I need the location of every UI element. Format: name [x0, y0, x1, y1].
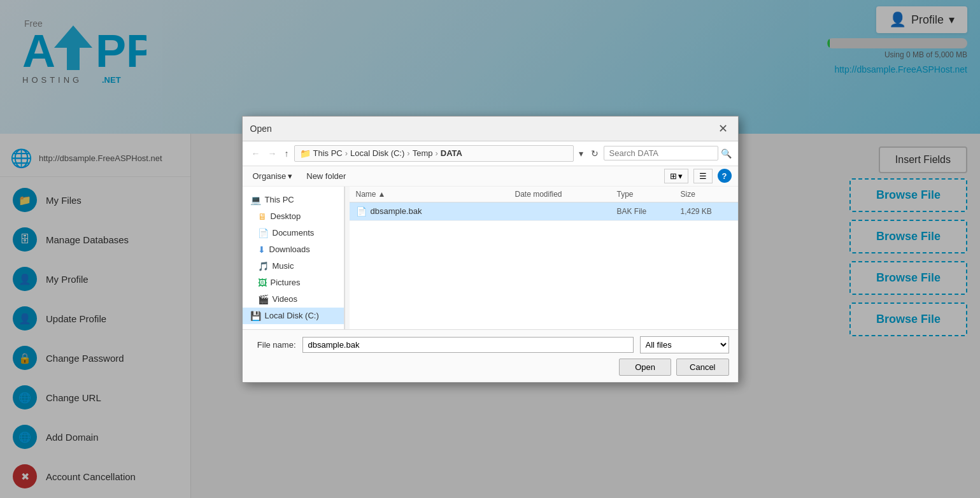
ds-label-desktop: Desktop: [271, 211, 301, 221]
ds-label-this-pc: This PC: [265, 195, 294, 204]
ds-item-downloads[interactable]: ⬇ Downloads: [243, 241, 344, 258]
view-button[interactable]: ⊞ ▾: [664, 169, 688, 183]
ds-label-documents: Documents: [273, 228, 315, 238]
view-details-button[interactable]: ☰: [693, 169, 713, 183]
view-details-icon: ☰: [699, 171, 707, 181]
ds-item-this-pc[interactable]: 💻 This PC: [243, 192, 344, 208]
view-grid-icon: ⊞: [670, 171, 677, 181]
filename-row: File name: All files: [252, 336, 729, 353]
this-pc-icon: 💻: [250, 195, 261, 205]
nav-dropdown-button[interactable]: ▾: [576, 147, 586, 160]
dialog-file-list: Name ▲ Date modified Type Size 📄 dbsampl…: [350, 187, 738, 329]
ds-item-music[interactable]: 🎵 Music: [243, 258, 344, 274]
downloads-icon: ⬇: [258, 245, 266, 255]
ds-item-pictures[interactable]: 🖼 Pictures: [243, 274, 344, 291]
documents-icon: 📄: [258, 228, 269, 238]
dialog-footer: File name: All files Open Cancel: [243, 329, 738, 382]
ds-label-downloads: Downloads: [269, 245, 310, 254]
sidebar-scrollbar[interactable]: [344, 187, 350, 329]
ds-label-pictures: Pictures: [271, 278, 301, 287]
nav-forward-button[interactable]: →: [266, 147, 280, 160]
breadcrumb-folder-icon: 📁: [300, 148, 311, 159]
nav-refresh-button[interactable]: ↻: [588, 147, 601, 160]
file-name-label: File name:: [252, 340, 296, 350]
breadcrumb-bar: 📁 This PC › Local Disk (C:) › Temp › DAT…: [294, 145, 574, 162]
breadcrumb-data[interactable]: DATA: [441, 148, 462, 158]
nav-back-button[interactable]: ←: [249, 147, 263, 160]
organise-dropdown-icon: ▾: [288, 171, 292, 181]
organise-label: Organise: [253, 171, 287, 181]
col-type[interactable]: Type: [617, 190, 681, 199]
dialog-nav: ← → ↑ 📁 This PC › Local Disk (C:) › Temp…: [243, 141, 738, 166]
view-dropdown-icon: ▾: [678, 171, 683, 181]
ds-label-videos: Videos: [273, 294, 298, 304]
search-input[interactable]: [604, 146, 718, 160]
file-size: 1,429 KB: [681, 207, 732, 216]
search-icon: 🔍: [721, 148, 732, 159]
new-folder-button[interactable]: New folder: [301, 169, 351, 183]
open-file-dialog: Open ✕ ← → ↑ 📁 This PC › Local Disk (C:)…: [242, 116, 739, 383]
desktop-icon: 🖥: [258, 211, 267, 222]
organise-button[interactable]: Organise ▾: [249, 169, 297, 183]
table-row[interactable]: 📄 dbsample.bak BAK File 1,429 KB: [350, 203, 738, 221]
dialog-titlebar: Open ✕: [243, 117, 738, 141]
file-name-cell: 📄 dbsample.bak: [356, 206, 515, 217]
ds-item-local-disk[interactable]: 💾 Local Disk (C:): [243, 308, 344, 324]
ds-label-local-disk: Local Disk (C:): [265, 311, 319, 320]
videos-icon: 🎬: [258, 294, 269, 304]
file-type: BAK File: [617, 207, 681, 216]
sort-up-icon: ▲: [378, 190, 386, 199]
dialog-file-sidebar: 💻 This PC 🖥 Desktop 📄 Documents ⬇ Downlo…: [243, 187, 344, 329]
dialog-toolbar: Organise ▾ New folder ⊞ ▾ ☰ ?: [243, 166, 738, 187]
local-disk-icon: 💾: [250, 311, 261, 321]
footer-buttons: Open Cancel: [252, 359, 729, 376]
dialog-body: 💻 This PC 🖥 Desktop 📄 Documents ⬇ Downlo…: [243, 187, 738, 329]
files-header: Name ▲ Date modified Type Size: [350, 187, 738, 203]
breadcrumb-temp[interactable]: Temp: [413, 148, 433, 158]
breadcrumb-this-pc[interactable]: This PC: [313, 148, 343, 158]
ds-item-documents[interactable]: 📄 Documents: [243, 225, 344, 241]
filename-input[interactable]: [302, 337, 634, 353]
music-icon: 🎵: [258, 261, 269, 271]
dialog-title: Open: [250, 124, 272, 134]
file-icon: 📄: [356, 206, 367, 217]
dialog-close-button[interactable]: ✕: [716, 122, 730, 136]
dialog-overlay: Open ✕ ← → ↑ 📁 This PC › Local Disk (C:)…: [0, 0, 980, 498]
col-size[interactable]: Size: [681, 190, 732, 199]
col-name[interactable]: Name ▲: [356, 190, 515, 199]
open-button[interactable]: Open: [619, 359, 671, 376]
breadcrumb-local-disk[interactable]: Local Disk (C:): [350, 148, 404, 158]
ds-item-desktop[interactable]: 🖥 Desktop: [243, 208, 344, 225]
ds-label-music: Music: [273, 261, 294, 271]
nav-up-button[interactable]: ↑: [282, 147, 292, 160]
col-date[interactable]: Date modified: [515, 190, 617, 199]
pictures-icon: 🖼: [258, 278, 267, 288]
help-button[interactable]: ?: [718, 169, 732, 183]
filetype-select[interactable]: All files: [640, 336, 729, 353]
cancel-button[interactable]: Cancel: [676, 359, 728, 376]
ds-item-videos[interactable]: 🎬 Videos: [243, 291, 344, 308]
file-name-text: dbsample.bak: [371, 206, 422, 216]
